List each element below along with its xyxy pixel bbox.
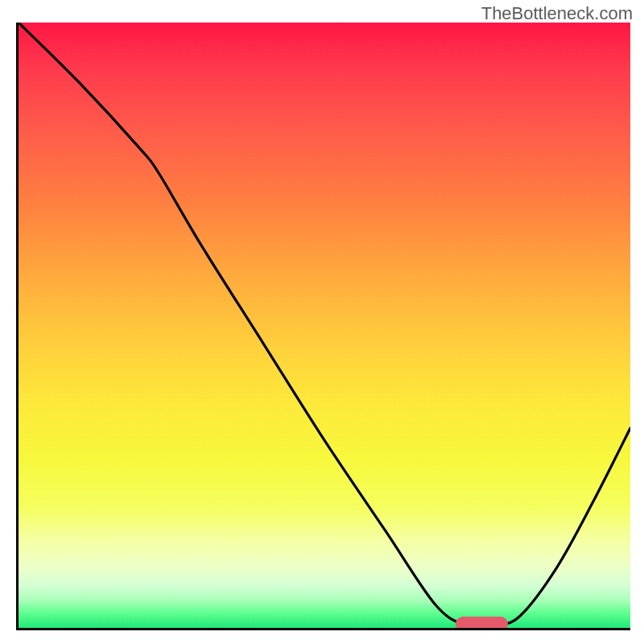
bottleneck-curve [19, 23, 630, 628]
watermark-text: TheBottleneck.com [481, 3, 633, 24]
plot-area [16, 23, 630, 630]
curve-path [19, 23, 630, 627]
chart-container: TheBottleneck.com [0, 0, 644, 644]
optimal-range-marker [456, 617, 508, 630]
